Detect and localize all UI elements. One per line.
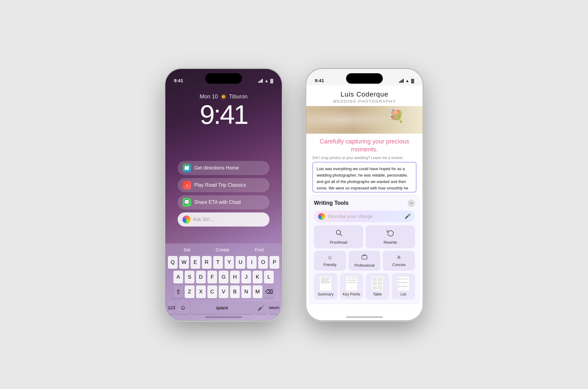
table-button[interactable]: Table — [366, 273, 389, 299]
rewrite-icon — [387, 229, 394, 238]
suggestion-find[interactable]: Find — [251, 246, 267, 254]
photo-tagline: Carefully capturing your precious moment… — [306, 134, 423, 156]
lock-time: 9:41 — [200, 101, 247, 128]
professional-button[interactable]: Professional — [349, 251, 381, 271]
key-w[interactable]: W — [179, 256, 189, 269]
status-time-2: 9:41 — [315, 78, 324, 83]
status-time: 9:41 — [174, 78, 183, 83]
key-h[interactable]: H — [230, 271, 240, 284]
list-thumbnail: ↓ — [397, 276, 409, 291]
concise-icon: ✳ — [397, 254, 401, 261]
concise-button[interactable]: ✳ Concise — [383, 251, 415, 271]
suggestion-messages-label: Share ETA with Chad — [194, 200, 241, 205]
key-v[interactable]: V — [219, 285, 228, 298]
svg-rect-3 — [362, 255, 367, 259]
suggestion-messages[interactable]: 💬 Share ETA with Chad — [178, 195, 270, 209]
keyboard-suggestions: Set Create Find — [168, 246, 279, 254]
key-j[interactable]: J — [241, 271, 251, 284]
key-emoji[interactable]: ☺ — [176, 301, 189, 314]
writing-tools-title: Writing Tools — [314, 200, 349, 206]
writing-tools-panel: Writing Tools × Describe your change 🎤 — [309, 195, 420, 304]
wt-row-1: Proofread Rewrite — [314, 225, 415, 248]
key-return[interactable]: return — [269, 301, 279, 314]
list-button[interactable]: ↓ List — [392, 273, 415, 299]
key-n[interactable]: N — [241, 285, 251, 298]
suggestion-set[interactable]: Set — [180, 246, 194, 254]
wifi-icon: ▲ — [265, 78, 269, 83]
review-textarea[interactable]: Luis was everything we could have hoped … — [312, 162, 417, 193]
table-label: Table — [373, 292, 382, 296]
keyboard-rows: Q W E R T Y U I O P A S D F G — [168, 256, 279, 314]
key-x[interactable]: X — [196, 285, 206, 298]
wt-row-3: ↓ Summary — [314, 273, 415, 299]
siri-search-bar[interactable]: Ask Siri… — [178, 212, 270, 227]
key-mic[interactable]: 🎤 — [254, 301, 267, 314]
maps-icon — [183, 164, 191, 172]
friendly-label: Friendly — [323, 263, 337, 267]
proofread-label: Proofread — [330, 240, 347, 245]
dynamic-island-2 — [346, 73, 383, 84]
suggestion-maps[interactable]: Get directions Home — [178, 161, 270, 175]
signal-icon-2 — [399, 79, 404, 83]
key-b[interactable]: B — [230, 285, 240, 298]
business-header: Luis Coderque Wedding Photography — [306, 86, 423, 104]
key-s[interactable]: S — [185, 271, 194, 284]
writing-tools-header: Writing Tools × — [314, 200, 415, 207]
key-c[interactable]: C — [207, 285, 217, 298]
rewrite-label: Rewrite — [383, 240, 397, 245]
key-q[interactable]: Q — [168, 256, 178, 269]
key-points-thumbnail: ↓ — [345, 276, 358, 291]
writing-tools-close[interactable]: × — [408, 200, 415, 207]
friendly-icon: ☺ — [327, 254, 333, 261]
list-label: List — [400, 292, 406, 296]
key-d[interactable]: D — [196, 271, 206, 284]
proofread-icon — [335, 229, 342, 238]
key-points-label: Key Points — [343, 292, 360, 296]
describe-placeholder: Describe your change — [328, 214, 401, 219]
suggestion-create[interactable]: Create — [212, 246, 233, 254]
review-text: Luis was everything we could have hoped … — [317, 166, 408, 193]
keyboard: Set Create Find Q W E R T Y U I O P — [165, 243, 282, 320]
microphone-icon[interactable]: 🎤 — [405, 213, 411, 219]
siri-orb-icon-2 — [318, 213, 325, 220]
key-y[interactable]: Y — [224, 256, 234, 269]
key-l[interactable]: L — [264, 271, 274, 284]
wifi-icon-2: ▲ — [405, 78, 409, 83]
friendly-button[interactable]: ☺ Friendly — [314, 251, 346, 271]
keyboard-row-1: Q W E R T Y U I O P — [168, 256, 279, 269]
proofread-button[interactable]: Proofread — [314, 225, 363, 248]
key-o[interactable]: O — [258, 256, 268, 269]
keyboard-row-3: ⇧ Z X C V B N M ⌫ — [168, 285, 279, 298]
key-m[interactable]: M — [253, 285, 262, 298]
key-i[interactable]: I — [247, 256, 257, 269]
key-z[interactable]: Z — [185, 285, 194, 298]
summary-button[interactable]: ↓ Summary — [314, 273, 337, 299]
key-space[interactable]: space — [191, 301, 253, 314]
key-delete[interactable]: ⌫ — [264, 285, 274, 298]
siri-orb-icon — [183, 215, 190, 223]
home-indicator-2 — [346, 316, 383, 318]
key-shift[interactable]: ⇧ — [173, 285, 183, 298]
key-points-button[interactable]: ↓ Key Points — [340, 273, 364, 299]
key-p[interactable]: P — [270, 256, 279, 269]
key-t[interactable]: T — [213, 256, 223, 269]
key-a[interactable]: A — [173, 271, 183, 284]
svg-marker-0 — [185, 166, 189, 170]
lockscreen-content: Mon 10 ☀️ Tiburon 9:41 — [165, 93, 282, 128]
home-indicator — [205, 316, 242, 318]
key-numbers[interactable]: 123 — [168, 301, 175, 314]
suggestion-music[interactable]: ♪ Play Road Trip Classics — [178, 178, 270, 192]
rewrite-button[interactable]: Rewrite — [366, 225, 415, 248]
list-arrow: ↓ — [402, 286, 404, 289]
key-k[interactable]: K — [253, 271, 262, 284]
key-f[interactable]: F — [207, 271, 217, 284]
phone-writing-tools: 9:41 ▲ ▓ Luis Coderque Wedding Photograp… — [306, 69, 423, 320]
key-e[interactable]: E — [190, 256, 200, 269]
describe-input[interactable]: Describe your change 🎤 — [314, 211, 415, 222]
key-u[interactable]: U — [236, 256, 245, 269]
business-name: Luis Coderque — [312, 90, 417, 98]
wedding-banner: 💐 — [306, 106, 423, 134]
key-g[interactable]: G — [219, 271, 228, 284]
siri-placeholder: Ask Siri… — [193, 217, 214, 222]
key-r[interactable]: R — [202, 256, 212, 269]
